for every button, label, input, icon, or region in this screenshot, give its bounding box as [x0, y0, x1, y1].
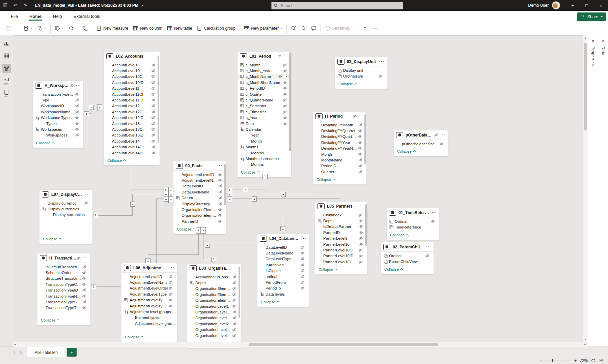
- hidden-eye-icon[interactable]: [439, 142, 444, 146]
- field-row[interactable]: Workspaces: [33, 132, 83, 138]
- calculation-group-button[interactable]: Calculation group: [194, 24, 238, 33]
- hidden-eye-icon[interactable]: [278, 74, 282, 79]
- hidden-eye-icon[interactable]: [151, 145, 156, 149]
- hidden-eye-icon[interactable]: [358, 170, 362, 174]
- maximize-button[interactable]: □: [580, 0, 594, 11]
- hidden-eye-icon[interactable]: [283, 69, 287, 73]
- table-more-options-button[interactable]: ···: [153, 54, 158, 58]
- hidden-eye-icon[interactable]: [283, 86, 287, 90]
- hidden-eye-icon[interactable]: [431, 219, 435, 223]
- scroll-up-icon[interactable]: ▲: [583, 35, 588, 40]
- sensitivity-button[interactable]: Sensitivity: [323, 24, 356, 33]
- refresh-button[interactable]: [66, 24, 76, 33]
- new-table-button[interactable]: New table: [165, 24, 194, 33]
- field-row[interactable]: AccountLevel11ID: [104, 97, 160, 103]
- hidden-eye-icon[interactable]: [151, 133, 156, 137]
- field-row[interactable]: ScheduleOrder: [37, 270, 90, 275]
- collapse-table-link[interactable]: Collapse: [315, 265, 367, 274]
- hidden-eye-icon[interactable]: [359, 219, 363, 223]
- hidden-eye-icon[interactable]: [300, 257, 305, 261]
- relationship-line[interactable]: [226, 216, 283, 216]
- relationship-line[interactable]: [131, 163, 131, 189]
- hidden-eye-icon[interactable]: [232, 304, 237, 308]
- field-row[interactable]: Ordinal: [387, 218, 439, 224]
- table-card-pOtherBalanceSheets[interactable]: pOtherBalanceSheets···pOtherBalanceSheet…: [394, 130, 448, 156]
- prev-page-icon[interactable]: ❮: [11, 350, 18, 355]
- field-row[interactable]: DataLevelID: [257, 244, 309, 250]
- get-data-button[interactable]: [21, 24, 35, 33]
- hidden-eye-icon[interactable]: [359, 242, 363, 246]
- hidden-eye-icon[interactable]: [151, 127, 156, 131]
- field-row[interactable]: OrganisationLevel2ID: [187, 333, 241, 338]
- field-row[interactable]: OrganisationElementID: [173, 207, 226, 212]
- field-row[interactable]: AccountLevel14: [104, 138, 160, 144]
- field-row[interactable]: AdjustmentLevelType: [121, 291, 177, 297]
- properties-panel-collapsed[interactable]: « Properties: [588, 35, 598, 346]
- field-row[interactable]: Adjustment level groups and lev...: [121, 321, 177, 326]
- hidden-eye-icon[interactable]: [77, 256, 81, 260]
- field-row[interactable]: OrganisationLevel1CI: [187, 309, 241, 315]
- relationship-line[interactable]: [203, 245, 257, 245]
- hidden-eye-icon[interactable]: [82, 265, 86, 269]
- field-row[interactable]: Months: [238, 162, 291, 168]
- hidden-eye-icon[interactable]: [358, 141, 362, 145]
- field-row[interactable]: DeviatingFYQuarterName: [313, 134, 366, 140]
- next-page-icon[interactable]: ❯: [18, 350, 24, 355]
- field-row[interactable]: AccountLevel12CI: [104, 109, 160, 115]
- hidden-eye-icon[interactable]: [75, 122, 79, 126]
- field-row[interactable]: TransactionTypeID: [37, 287, 90, 293]
- table-more-options-button[interactable]: ···: [441, 133, 446, 137]
- hidden-eye-icon[interactable]: [151, 98, 156, 102]
- collapse-table-link[interactable]: Collapse: [394, 147, 448, 156]
- field-row[interactable]: MonthName: [313, 157, 366, 163]
- table-more-options-button[interactable]: ···: [360, 204, 365, 208]
- field-row[interactable]: PartnerID: [173, 218, 226, 224]
- collapse-table-link[interactable]: Collapse: [39, 234, 92, 244]
- zoom-out-button[interactable]: −: [540, 358, 542, 363]
- hidden-eye-icon[interactable]: [358, 134, 362, 139]
- field-row[interactable]: PartnerLevel10CI: [315, 247, 367, 253]
- table-card-L01_Period[interactable]: L01_Period···c_Monthc_Month_Yearc_MonthN…: [238, 52, 291, 177]
- field-row[interactable]: DataLevelID: [173, 183, 226, 189]
- hidden-eye-icon[interactable]: [358, 129, 362, 133]
- field-row[interactable]: c_Semester: [238, 103, 291, 109]
- hidden-eye-icon[interactable]: [425, 254, 430, 258]
- hidden-eye-icon[interactable]: [151, 116, 156, 120]
- table-card-01_TimeReference[interactable]: 01_TimeReference···OrdinalTimeReferenceC…: [387, 208, 439, 240]
- menu-file[interactable]: File: [6, 12, 23, 21]
- field-row[interactable]: Calendar: [238, 126, 291, 132]
- field-row[interactable]: AccountLevel10CI: [104, 74, 160, 80]
- hidden-eye-icon[interactable]: [232, 328, 237, 332]
- hidden-eye-icon[interactable]: [151, 74, 156, 79]
- field-row[interactable]: Adjustment level groups and levels: [121, 309, 177, 314]
- table-scrollbar[interactable]: [224, 162, 226, 233]
- field-row[interactable]: c_PeriodID: [238, 86, 291, 91]
- hidden-eye-icon[interactable]: [232, 275, 237, 279]
- hidden-eye-icon[interactable]: [359, 254, 363, 258]
- hidden-eye-icon[interactable]: [353, 114, 357, 118]
- hidden-eye-icon[interactable]: [218, 173, 222, 177]
- hidden-eye-icon[interactable]: [218, 208, 222, 212]
- field-row[interactable]: c_MonthName···: [238, 74, 291, 80]
- collapse-table-link[interactable]: Collapse: [37, 315, 90, 325]
- scroll-left-icon[interactable]: ◀: [13, 342, 18, 347]
- dax-query-view-icon[interactable]: DAX: [2, 77, 11, 85]
- field-row[interactable]: c_Trimester: [238, 109, 291, 115]
- field-row[interactable]: AccountLevel10ID: [104, 80, 160, 85]
- hidden-eye-icon[interactable]: [151, 81, 156, 85]
- horizontal-scroll-thumb[interactable]: [249, 343, 438, 346]
- hidden-eye-icon[interactable]: [283, 110, 287, 114]
- field-row[interactable]: c_Month: [238, 62, 291, 68]
- title-dropdown-caret[interactable]: [141, 5, 144, 7]
- hidden-eye-icon[interactable]: [82, 294, 86, 298]
- scroll-down-icon[interactable]: ▼: [583, 337, 588, 342]
- field-row[interactable]: OrganisationElementID: [187, 292, 241, 297]
- field-row[interactable]: Depth: [187, 280, 241, 285]
- field-row[interactable]: PeriodFrom: [257, 279, 309, 285]
- field-row[interactable]: AdjustmentLevelName: [121, 279, 177, 285]
- user-avatar[interactable]: [552, 1, 560, 9]
- hidden-eye-icon[interactable]: [359, 260, 363, 264]
- field-row[interactable]: AdjustmentLevelName: [173, 177, 226, 183]
- expand-data-icon[interactable]: «: [602, 38, 604, 43]
- data-panel-collapsed[interactable]: « Data: [598, 35, 608, 346]
